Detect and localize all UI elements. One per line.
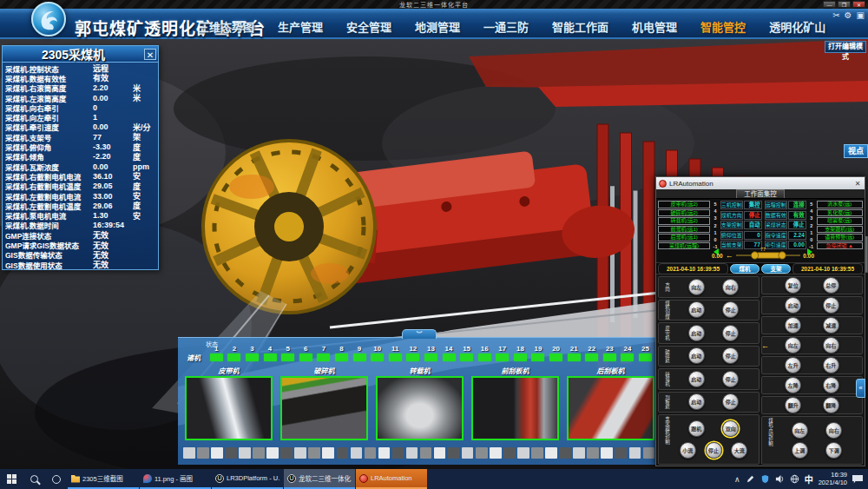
pill-button-left[interactable]: 煤机 (730, 264, 760, 274)
tray-chevron-icon[interactable]: ∧ (734, 475, 740, 484)
channel-indicator[interactable] (531, 354, 544, 361)
control-button-左升[interactable]: 左升 (785, 357, 801, 373)
device-button-支架跟机(远)[interactable]: 支架跟机(远) (817, 226, 864, 234)
control-button-上调[interactable]: 上调 (792, 442, 808, 459)
channel-indicator[interactable] (210, 354, 223, 361)
filmstrip-frame[interactable] (365, 447, 377, 459)
control-button-跟机[interactable]: 跟机 (688, 420, 705, 437)
channel-indicator[interactable] (424, 354, 437, 361)
filmstrip-frame[interactable] (629, 447, 641, 459)
control-button-左降[interactable]: 左降 (785, 377, 801, 393)
lra-tab-workface-control[interactable]: 工作面集控 (736, 189, 785, 198)
shearer-position-slider[interactable]: 0.00 ← 77 0.00 (712, 249, 814, 261)
resize-icon[interactable]: ▣ (857, 10, 865, 21)
network-globe-icon[interactable] (790, 474, 799, 484)
device-button-乳化泵(远)[interactable]: 乳化泵(远) (817, 209, 864, 217)
device-button-前溜机(远1)[interactable]: 前溜机(远1) (658, 226, 710, 234)
nav-item-地测管理[interactable]: 地测管理 (415, 18, 460, 35)
channel-indicator[interactable] (621, 354, 634, 361)
filmstrip-frame[interactable] (280, 447, 293, 459)
filmstrip-frame[interactable] (545, 447, 557, 459)
control-button-停止[interactable]: 停止 (823, 297, 839, 314)
filmstrip-frame[interactable] (420, 447, 432, 459)
control-button-翻降[interactable]: 翻降 (823, 397, 839, 413)
filmstrip-frame[interactable] (392, 447, 404, 459)
filmstrip-frame[interactable] (559, 447, 571, 459)
channel-indicator[interactable] (568, 354, 581, 361)
channel-indicator[interactable] (514, 354, 527, 361)
control-button-总停[interactable]: 总停 (823, 277, 839, 294)
device-button-喷雾泵(远)[interactable]: 喷雾泵(远) (817, 217, 864, 225)
control-button-向右[interactable]: 向右 (825, 422, 842, 439)
control-button-右降[interactable]: 右降 (823, 377, 839, 393)
filmstrip-frame[interactable] (434, 447, 446, 459)
maximize-button[interactable]: ❐ (838, 1, 851, 8)
filmstrip-frame[interactable] (183, 447, 195, 459)
close-icon[interactable]: ✕ (853, 180, 862, 188)
taskbar-item-LR3DPlatform - U...[interactable]: ULR3DPlatform - U... (212, 469, 283, 489)
channel-indicator[interactable] (603, 354, 616, 361)
channel-indicator[interactable] (389, 354, 402, 361)
close-icon[interactable]: ✕ (144, 49, 156, 60)
filmstrip-frame[interactable] (643, 447, 655, 459)
channel-indicator[interactable] (549, 354, 562, 361)
control-button-加速[interactable]: 加速 (785, 317, 801, 334)
control-button-启动[interactable]: 启动 (785, 297, 801, 314)
taskbar-item-LRAutomation[interactable]: LRAutomation (356, 469, 427, 489)
start-button[interactable] (0, 469, 23, 489)
camera-thumbnail-后刮板机[interactable] (567, 376, 654, 440)
filmstrip-frame[interactable] (531, 447, 543, 459)
channel-indicator[interactable] (227, 354, 240, 361)
control-button-停止[interactable]: 停止 (722, 371, 739, 387)
nav-item-透明化矿山[interactable]: 透明化矿山 (769, 18, 825, 35)
filmstrip-frame[interactable] (322, 447, 334, 459)
control-button-小流[interactable]: 小流 (680, 442, 696, 459)
control-button-启动[interactable]: 启动 (688, 325, 705, 341)
taskbar-item-2305三维截图[interactable]: 2305三维截图 (68, 469, 139, 489)
device-button-后溜机(远1)[interactable]: 后溜机(远1) (658, 234, 710, 241)
filmstrip-frame[interactable] (378, 447, 391, 459)
filmstrip-frame[interactable] (573, 447, 585, 459)
filmstrip-frame[interactable] (490, 447, 502, 459)
filmstrip-frame[interactable] (503, 447, 516, 459)
camera-thumbnail-皮带机[interactable] (185, 376, 273, 440)
notification-center-icon[interactable] (852, 475, 863, 484)
ime-indicator[interactable]: 中 (805, 472, 813, 486)
control-button-启动[interactable]: 启动 (688, 347, 705, 364)
channel-indicator[interactable] (460, 354, 473, 361)
control-button-翻升[interactable]: 翻升 (785, 397, 801, 413)
taskbar-item-11.png - 画图[interactable]: 11.png - 画图 (140, 469, 211, 489)
control-button-向左[interactable]: 向左 (792, 422, 808, 439)
channel-indicator[interactable] (335, 354, 348, 361)
camera-thumbnail-前刮板机[interactable] (471, 376, 559, 440)
filmstrip-frame[interactable] (239, 447, 251, 459)
taskbar-item-龙软二三维一体化...[interactable]: U龙软二三维一体化... (284, 469, 355, 489)
filmstrip-frame[interactable] (615, 447, 627, 459)
control-button-停止[interactable]: 停止 (722, 325, 739, 341)
filmstrip-frame[interactable] (308, 447, 320, 459)
control-button-向右[interactable]: 向右 (823, 337, 839, 354)
panel-collapse-chevron-icon[interactable]: ︾ (402, 329, 437, 339)
filmstrip-frame[interactable] (211, 447, 223, 459)
filmstrip-frame[interactable] (406, 447, 418, 459)
control-button-停止[interactable]: 停止 (706, 442, 722, 459)
device-button-皮带机(远2)[interactable]: 皮带机(远2) (658, 201, 710, 208)
channel-indicator[interactable] (299, 354, 312, 361)
filmstrip-frame[interactable] (225, 447, 237, 459)
control-button-向左[interactable]: 向左 (688, 279, 705, 295)
channel-indicator[interactable] (585, 354, 598, 361)
filmstrip-frame[interactable] (601, 447, 613, 459)
control-button-向左[interactable]: 向左 (785, 337, 801, 354)
channel-indicator[interactable] (371, 354, 384, 361)
control-button-停止[interactable]: 停止 (722, 347, 739, 364)
taskbar-search-button[interactable] (23, 469, 45, 489)
channel-indicator[interactable] (317, 354, 330, 361)
nav-item-三维态势图[interactable]: 三维态势图 (198, 18, 254, 35)
control-button-启动[interactable]: 启动 (688, 301, 705, 318)
device-button-清水泵(远)[interactable]: 清水泵(远) (817, 201, 864, 208)
filmstrip-frame[interactable] (448, 447, 460, 459)
channel-indicator[interactable] (246, 354, 259, 361)
channel-indicator[interactable] (496, 354, 509, 361)
channel-indicator[interactable] (443, 354, 456, 361)
device-button-破碎机(远2)[interactable]: 破碎机(远2) (658, 209, 710, 217)
